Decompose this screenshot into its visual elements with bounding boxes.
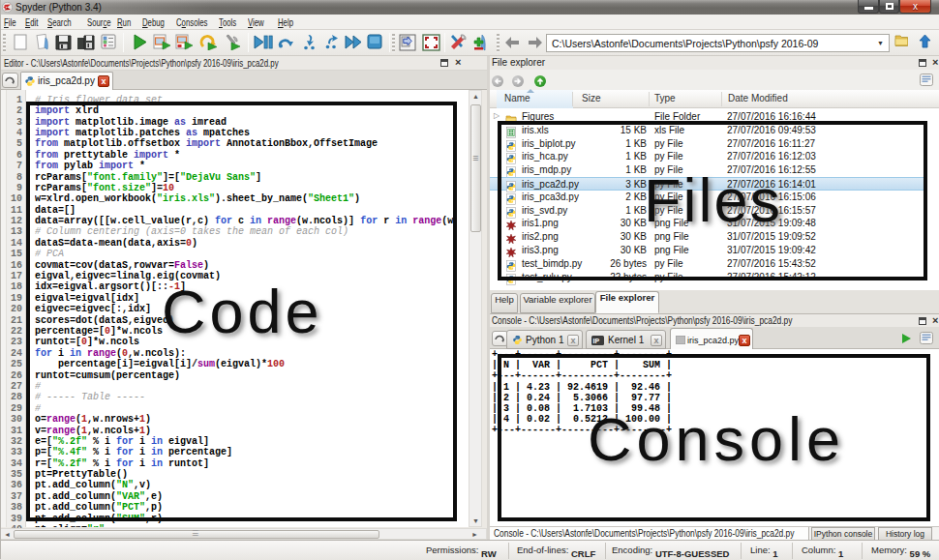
svg-text:IP: IP [593, 338, 600, 344]
